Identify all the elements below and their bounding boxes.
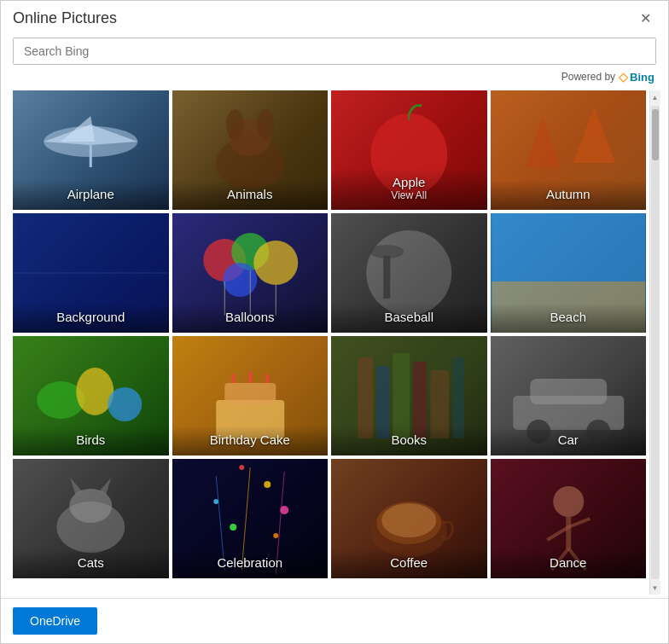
scroll-thumb[interactable]	[652, 109, 659, 160]
grid-item-label-beach: Beach	[491, 303, 647, 333]
close-button[interactable]: ✕	[635, 10, 656, 27]
grid-item-balloons[interactable]: Balloons	[172, 213, 329, 333]
svg-point-7	[257, 109, 274, 140]
grid-item-background[interactable]: Background	[13, 213, 169, 333]
grid-area: Airplane Animals AppleView All Autumn Ba…	[1, 87, 668, 598]
grid-item-birds[interactable]: Birds	[13, 336, 169, 455]
svg-rect-25	[492, 213, 645, 281]
svg-point-60	[381, 503, 436, 537]
svg-rect-23	[383, 256, 390, 299]
grid-item-car[interactable]: Car	[491, 336, 647, 455]
grid-item-label-coffee: Coffee	[331, 548, 487, 578]
svg-line-64	[568, 519, 590, 527]
svg-rect-31	[224, 383, 276, 404]
grid-item-label-baseball: Baseball	[331, 303, 487, 333]
grid-item-celebration[interactable]: Celebration	[172, 459, 329, 578]
dialog-title: Online Pictures	[13, 9, 117, 27]
grid-item-label-animals: Animals	[172, 180, 329, 210]
image-grid: Airplane Animals AppleView All Autumn Ba…	[13, 90, 646, 595]
grid-item-label-balloons: Balloons	[172, 303, 329, 333]
footer: OneDrive	[1, 598, 668, 643]
grid-item-beach[interactable]: Beach	[491, 213, 647, 333]
svg-line-63	[547, 527, 568, 540]
svg-point-61	[553, 486, 584, 517]
search-bar	[1, 32, 668, 68]
grid-item-sublabel-apple: View All	[334, 189, 484, 201]
svg-point-6	[226, 109, 243, 140]
grid-item-label-autumn: Autumn	[491, 180, 647, 210]
powered-by-bar: Powered by ◇ Bing	[1, 68, 668, 87]
powered-by-label: Powered by	[561, 71, 615, 83]
svg-point-29	[108, 387, 142, 421]
grid-item-coffee[interactable]: Coffee	[331, 459, 487, 578]
svg-point-51	[264, 481, 271, 488]
scroll-up-button[interactable]: ▲	[650, 90, 660, 104]
grid-item-label-birds: Birds	[13, 426, 169, 455]
grid-item-cats[interactable]: Cats	[13, 459, 169, 578]
grid-item-label-car: Car	[491, 426, 647, 455]
svg-marker-47	[70, 478, 82, 495]
search-input[interactable]	[13, 38, 656, 65]
grid-item-airplane[interactable]: Airplane	[13, 90, 169, 210]
grid-item-label-celebration: Celebration	[172, 548, 329, 578]
bing-logo: ◇ Bing	[619, 70, 654, 84]
svg-point-18	[223, 263, 257, 297]
svg-point-50	[239, 465, 244, 470]
svg-point-55	[273, 533, 278, 538]
bing-b-letter: ◇	[619, 70, 628, 84]
onedrive-button[interactable]: OneDrive	[13, 607, 97, 635]
grid-item-label-birthday-cake: Birthday Cake	[172, 426, 329, 455]
scroll-track	[651, 106, 660, 579]
svg-point-28	[76, 368, 113, 415]
grid-item-label-background: Background	[13, 303, 169, 333]
svg-point-17	[253, 241, 298, 285]
grid-item-apple[interactable]: AppleView All	[331, 90, 487, 210]
grid-item-label-dance: Dance	[491, 548, 647, 578]
grid-item-label-apple: AppleView All	[331, 168, 487, 210]
grid-item-baseball[interactable]: Baseball	[331, 213, 487, 333]
grid-item-autumn[interactable]: Autumn	[491, 90, 647, 210]
scroll-down-button[interactable]: ▼	[650, 581, 660, 595]
grid-item-birthday-cake[interactable]: Birthday Cake	[172, 336, 329, 455]
scrollbar: ▲ ▼	[649, 90, 660, 595]
grid-item-label-cats: Cats	[13, 548, 169, 578]
svg-point-54	[230, 524, 236, 531]
svg-rect-42	[530, 379, 607, 404]
grid-item-animals[interactable]: Animals	[172, 90, 329, 210]
svg-point-24	[369, 245, 404, 258]
grid-item-books[interactable]: Books	[331, 336, 487, 455]
grid-item-label-books: Books	[331, 426, 487, 455]
grid-item-label-airplane: Airplane	[13, 180, 169, 210]
svg-marker-48	[99, 478, 111, 495]
title-bar: Online Pictures ✕	[1, 1, 668, 32]
bing-brand-name: Bing	[630, 71, 654, 84]
grid-item-dance[interactable]: Dance	[491, 459, 647, 578]
online-pictures-dialog: Online Pictures ✕ Powered by ◇ Bing Airp…	[0, 0, 669, 644]
